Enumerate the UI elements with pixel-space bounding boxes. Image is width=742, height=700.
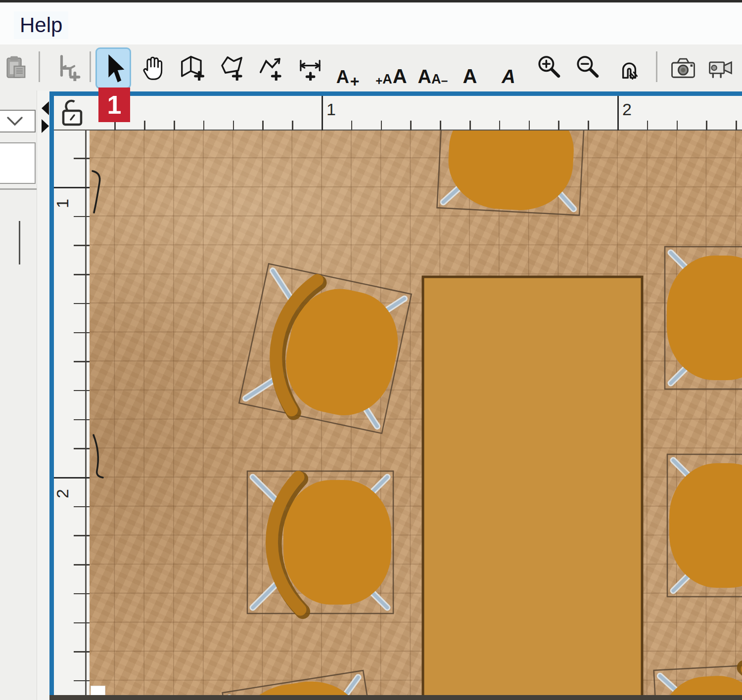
sidebar-divider (0, 188, 38, 190)
ruler-label: 1 (326, 100, 336, 119)
chair-mid-left[interactable] (239, 264, 411, 434)
catalog-listbox[interactable] (0, 142, 36, 184)
letter-a-glyph: A (431, 73, 441, 86)
italic-icon: A (502, 67, 515, 86)
door-mark (93, 435, 103, 478)
ruler-tick (440, 121, 441, 131)
ruler-tick (469, 121, 471, 131)
video-button[interactable] (704, 48, 736, 86)
create-rooms-button[interactable] (216, 48, 247, 86)
ruler-label: 1 (53, 199, 72, 208)
chair-seat (446, 131, 576, 213)
ruler-tick (736, 121, 737, 131)
vertical-ruler: 1 2 (54, 131, 90, 700)
splitter-collapse-left-icon[interactable] (42, 101, 49, 115)
ruler-tick (262, 121, 264, 131)
ruler-tick (74, 564, 90, 566)
paste-button[interactable] (1, 48, 33, 86)
increase-text-size-button[interactable]: + A A (372, 48, 410, 86)
ruler-tick (558, 121, 559, 131)
ruler-tick (114, 121, 116, 131)
ruler-tick (74, 390, 90, 392)
chair-seat (669, 463, 742, 588)
ruler-tick (74, 680, 90, 682)
create-walls-button[interactable] (176, 48, 208, 86)
italic-button[interactable]: A (493, 48, 524, 86)
zoom-in-button[interactable] (533, 48, 565, 86)
pane-splitter[interactable] (37, 90, 50, 700)
menu-item-help[interactable]: Help (14, 11, 68, 39)
ruler-tick (351, 121, 353, 131)
category-dropdown[interactable] (0, 110, 36, 132)
horizontal-ruler: 1 2 (54, 96, 742, 131)
plan-canvas[interactable] (90, 131, 742, 700)
letter-a-glyph: A (382, 73, 392, 86)
create-polylines-button[interactable] (255, 48, 286, 86)
annotation-step-badge: 1 (98, 88, 130, 122)
door-mark (93, 171, 100, 213)
ruler-tick (74, 535, 90, 536)
select-tool-button[interactable] (95, 47, 131, 89)
chair-lower-left[interactable] (247, 471, 393, 613)
chair-right-2[interactable] (667, 454, 742, 597)
ruler-tick (410, 121, 412, 131)
ruler-label: 2 (53, 489, 72, 498)
toolbar-separator (39, 51, 40, 82)
camera-icon (670, 54, 696, 81)
ruler-tick (74, 303, 90, 305)
ruler-tick (74, 158, 90, 159)
ruler-tick (54, 477, 90, 479)
pan-tool-button[interactable] (137, 48, 168, 86)
ruler-tick (174, 121, 175, 131)
ruler-tick (74, 651, 90, 653)
toolbar-separator (90, 51, 91, 82)
chevron-down-icon (5, 115, 25, 127)
ruler-tick (74, 216, 90, 218)
ruler-tick (74, 361, 90, 362)
ruler-tick (677, 121, 678, 131)
ruler-edge (54, 130, 742, 131)
ruler-tick (706, 121, 707, 131)
magnetism-button[interactable] (613, 48, 645, 86)
furniture-catalog-sidebar (0, 90, 49, 700)
ruler-tick (74, 419, 90, 421)
create-dimensions-button[interactable] (294, 48, 326, 86)
add-text-button[interactable]: A + (332, 48, 364, 86)
decrease-text-size-button[interactable]: A A − (414, 48, 452, 86)
ruler-tick (74, 274, 90, 275)
plus-glyph: + (375, 75, 382, 87)
chair-top[interactable] (437, 131, 587, 215)
ruler-tick (233, 121, 234, 131)
chair-seat (283, 480, 391, 605)
letter-a-glyph: A (336, 68, 349, 86)
zoom-in-icon (536, 54, 562, 81)
letter-a-glyph: A (393, 66, 407, 86)
photo-button[interactable] (667, 48, 699, 86)
ruler-tick (74, 245, 90, 246)
letter-a-glyph: A (418, 67, 431, 86)
ruler-tick (74, 593, 90, 595)
ruler-tick (529, 121, 530, 131)
ruler-tick (74, 506, 90, 508)
zoom-out-button[interactable] (572, 48, 603, 86)
chair-plus-icon (53, 53, 81, 81)
add-furniture-button[interactable] (51, 48, 83, 86)
table[interactable] (423, 277, 642, 700)
plan-drawing (90, 131, 742, 700)
toolbar-separator (656, 51, 657, 82)
dimension-plus-icon (297, 54, 324, 81)
ruler-tick (203, 121, 205, 131)
splitter-collapse-right-icon[interactable] (42, 119, 49, 133)
ruler-tick (588, 121, 589, 131)
bold-button[interactable]: A (454, 48, 486, 86)
hand-icon (139, 54, 166, 81)
ruler-tick (647, 121, 649, 131)
zoom-out-icon (574, 54, 601, 81)
ruler-tick (499, 121, 501, 131)
chair-bottom-right[interactable] (654, 663, 742, 700)
toolbar: A + + A A A A − A A (0, 44, 742, 90)
ruler-tick (74, 332, 90, 334)
plus-glyph: + (350, 73, 360, 89)
catalog-item-glyph (19, 221, 20, 264)
magnet-icon (616, 54, 643, 81)
